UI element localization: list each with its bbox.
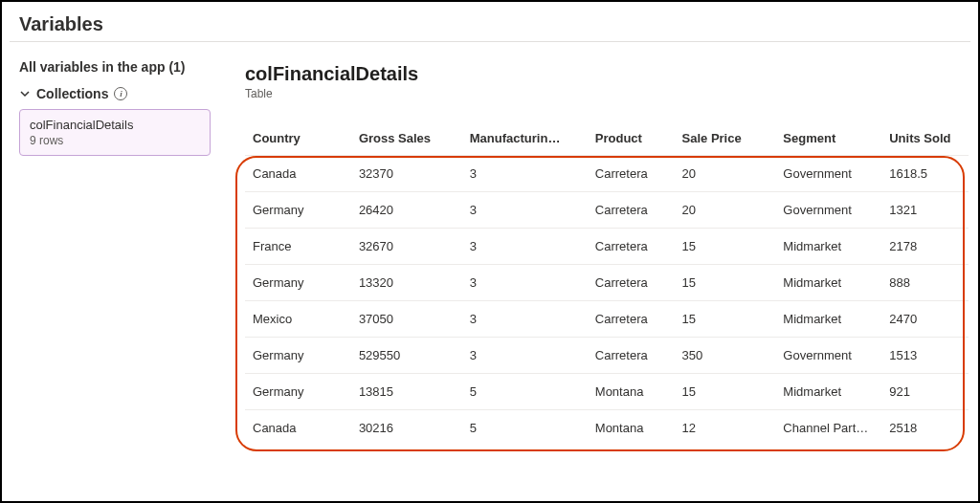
- table-cell: 37050: [351, 301, 462, 338]
- sidebar-section-collections[interactable]: Collections i: [19, 86, 211, 101]
- table-cell: 15: [675, 301, 776, 338]
- column-header[interactable]: Product: [588, 123, 675, 156]
- table-cell: 3: [462, 338, 588, 374]
- table-cell: 3: [462, 265, 588, 301]
- column-header[interactable]: Manufacturin…: [462, 123, 588, 156]
- table-cell: 5: [462, 410, 588, 447]
- collection-card-name: colFinancialDetails: [30, 118, 200, 132]
- table-cell: Government: [775, 192, 881, 229]
- column-header[interactable]: Segment: [775, 123, 881, 156]
- table-cell: Carretera: [588, 301, 675, 338]
- table-cell: Carretera: [588, 229, 675, 265]
- table-cell: Midmarket: [775, 229, 881, 265]
- table-cell: 13815: [351, 374, 462, 410]
- table-cell: 2518: [881, 410, 969, 447]
- sidebar: All variables in the app (1) Collections…: [2, 42, 224, 501]
- info-icon[interactable]: i: [114, 87, 127, 100]
- table-cell: 1513: [881, 338, 969, 374]
- table-cell: France: [245, 229, 351, 265]
- table-cell: Germany: [245, 338, 351, 374]
- collection-card-rows: 9 rows: [30, 134, 200, 147]
- sidebar-count: (1): [168, 59, 185, 75]
- table-row[interactable]: Germany264203Carretera20Government1321: [245, 192, 969, 229]
- table-cell: 3: [462, 301, 588, 338]
- table-cell: 529550: [351, 338, 462, 374]
- data-table: Country Gross Sales Manufacturin… Produc…: [245, 123, 969, 446]
- table-cell: Carretera: [588, 192, 675, 229]
- table-cell: 15: [675, 374, 776, 410]
- table-cell: 32670: [351, 229, 462, 265]
- table-cell: Montana: [588, 410, 675, 447]
- table-cell: Canada: [245, 410, 351, 447]
- table-cell: Government: [775, 338, 881, 374]
- table-cell: 13320: [351, 265, 462, 301]
- table-cell: Carretera: [588, 338, 675, 374]
- table-cell: 1321: [881, 192, 969, 229]
- table-cell: 26420: [351, 192, 462, 229]
- table-row[interactable]: Germany5295503Carretera350Government1513: [245, 338, 969, 374]
- table-cell: Channel Partners: [775, 410, 881, 447]
- table-cell: Midmarket: [775, 374, 881, 410]
- table-cell: 30216: [351, 410, 462, 447]
- sidebar-heading-text: All variables in the app: [19, 59, 166, 75]
- table-cell: 15: [675, 229, 776, 265]
- main-panel: colFinancialDetails Table: [224, 42, 978, 501]
- table-cell: Germany: [245, 192, 351, 229]
- table-cell: 921: [881, 374, 969, 410]
- table-cell: 15: [675, 265, 776, 301]
- table-cell: Carretera: [588, 156, 675, 192]
- column-header[interactable]: Sale Price: [675, 123, 776, 156]
- table-row[interactable]: Mexico370503Carretera15Midmarket2470: [245, 301, 969, 338]
- table-cell: 3: [462, 192, 588, 229]
- table-cell: 350: [675, 338, 776, 374]
- table-cell: 888: [881, 265, 969, 301]
- sidebar-heading: All variables in the app (1): [19, 59, 211, 75]
- collection-card[interactable]: colFinancialDetails 9 rows: [19, 109, 211, 156]
- collection-type-label: Table: [245, 87, 969, 100]
- table-cell: 32370: [351, 156, 462, 192]
- table-cell: Germany: [245, 374, 351, 410]
- table-cell: Germany: [245, 265, 351, 301]
- table-cell: 20: [675, 192, 776, 229]
- table-cell: Government: [775, 156, 881, 192]
- sidebar-section-label: Collections: [36, 86, 108, 101]
- table-cell: 1618.5: [881, 156, 969, 192]
- column-header[interactable]: Country: [245, 123, 351, 156]
- table-header-row: Country Gross Sales Manufacturin… Produc…: [245, 123, 969, 156]
- table-cell: 12: [675, 410, 776, 447]
- table-cell: Midmarket: [775, 265, 881, 301]
- table-cell: 3: [462, 229, 588, 265]
- table-cell: Montana: [588, 374, 675, 410]
- chevron-down-icon: [19, 88, 31, 99]
- column-header[interactable]: Gross Sales: [351, 123, 462, 156]
- page-title: Variables: [2, 2, 978, 41]
- table-cell: Mexico: [245, 301, 351, 338]
- table-cell: 2178: [881, 229, 969, 265]
- table-row[interactable]: France326703Carretera15Midmarket2178: [245, 229, 969, 265]
- table-row[interactable]: Germany138155Montana15Midmarket921: [245, 374, 969, 410]
- table-cell: 2470: [881, 301, 969, 338]
- table-row[interactable]: Canada302165Montana12Channel Partners251…: [245, 410, 969, 447]
- collection-title: colFinancialDetails: [245, 63, 969, 85]
- table-cell: Midmarket: [775, 301, 881, 338]
- column-header[interactable]: Units Sold: [881, 123, 969, 156]
- table-cell: Carretera: [588, 265, 675, 301]
- table-cell: 5: [462, 374, 588, 410]
- table-row[interactable]: Germany133203Carretera15Midmarket888: [245, 265, 969, 301]
- table-row[interactable]: Canada323703Carretera20Government1618.5: [245, 156, 969, 192]
- table-cell: Canada: [245, 156, 351, 192]
- table-cell: 20: [675, 156, 776, 192]
- table-cell: 3: [462, 156, 588, 192]
